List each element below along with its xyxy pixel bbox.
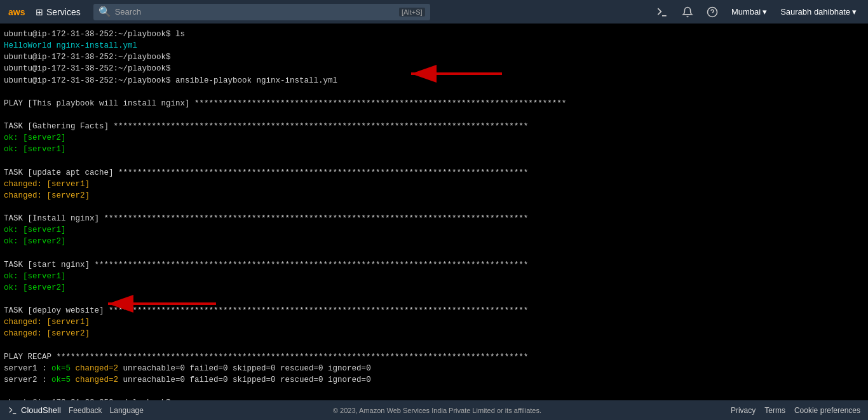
terminal-line — [4, 247, 864, 259]
help-icon-btn[interactable] — [702, 0, 723, 24]
terminal-line: ok: [server1] — [4, 144, 864, 155]
terminal-line — [4, 86, 864, 98]
nav-right: Mumbai ▾ Saurabh dahibhate ▾ — [651, 0, 862, 24]
privacy-link[interactable]: Privacy — [731, 406, 756, 415]
cloudshell-label: CloudShell — [21, 405, 61, 415]
terminal-line — [4, 201, 864, 213]
footer-left: CloudShell Feedback Language — [8, 405, 144, 416]
terminal-line: server1 : ok=5 changed=2 unreachable=0 f… — [4, 363, 864, 374]
region-chevron: ▾ — [763, 7, 767, 17]
terminal-line: ok: [server2] — [4, 282, 864, 294]
bell-icon-btn[interactable] — [677, 0, 698, 24]
terminal-line — [4, 109, 864, 121]
cloudshell-icon — [8, 405, 18, 416]
terminal-line: ubuntu@ip-172-31-38-252:~/playbook$ — [4, 63, 864, 74]
terminal-line: changed: [server2] — [4, 328, 864, 339]
terminal-line — [4, 386, 864, 397]
cookie-preferences-link[interactable]: Cookie preferences — [794, 406, 860, 415]
search-shortcut: [Alt+S] — [399, 8, 425, 17]
terminal-line: PLAY RECAP *****************************… — [4, 351, 864, 363]
terminal-line: ok: [server2] — [4, 132, 864, 144]
terminal-icon-btn[interactable] — [651, 0, 674, 24]
terminal-line: ubuntu@ip-172-31-38-252:~/playbook$ — [4, 51, 864, 63]
terminal-line: ok: [server1] — [4, 271, 864, 282]
terminal-line: PLAY [This playbook will install nginx] … — [4, 98, 864, 109]
terminal-line: ubuntu@ip-172-31-38-252:~/playbook$ — [4, 397, 864, 400]
terminal-line: HelloWorld nginx-install.yml — [4, 40, 864, 51]
terminal-line: changed: [server2] — [4, 190, 864, 201]
terminal-line: changed: [server1] — [4, 316, 864, 328]
terminal-line: server2 : ok=5 changed=2 unreachable=0 f… — [4, 374, 864, 386]
terminal-line: changed: [server1] — [4, 179, 864, 190]
terminal-line: ubuntu@ip-172-31-38-252:~/playbook$ ansi… — [4, 75, 864, 86]
region-selector[interactable]: Mumbai ▾ — [726, 0, 772, 24]
terminal-line: TASK [Install nginx] *******************… — [4, 213, 864, 224]
search-input[interactable] — [115, 7, 395, 17]
terminal-line: ubuntu@ip-172-31-38-252:~/playbook$ ls — [4, 29, 864, 40]
terms-link[interactable]: Terms — [764, 406, 785, 415]
terminal-line: ok: [server2] — [4, 236, 864, 247]
terminal[interactable]: ubuntu@ip-172-31-38-252:~/playbook$ lsHe… — [0, 24, 868, 400]
terminal-line — [4, 339, 864, 351]
search-icon: 🔍 — [98, 6, 111, 18]
user-menu[interactable]: Saurabh dahibhate ▾ — [775, 0, 862, 24]
services-label: Services — [46, 7, 81, 17]
services-menu[interactable]: ⊞ Services — [29, 0, 87, 24]
terminal-line — [4, 155, 864, 166]
user-label: Saurabh dahibhate — [780, 7, 850, 17]
search-bar[interactable]: 🔍 [Alt+S] — [93, 4, 430, 20]
terminal-line: TASK [Gathering Facts] *****************… — [4, 121, 864, 132]
terminal-line: TASK [deploy website] ******************… — [4, 305, 864, 316]
terminal-wrapper: ubuntu@ip-172-31-38-252:~/playbook$ lsHe… — [0, 24, 868, 400]
terminal-line: ok: [server1] — [4, 224, 864, 236]
user-chevron: ▾ — [852, 7, 857, 17]
cloudshell-brand: CloudShell — [8, 405, 61, 416]
copyright-text: © 2023, Amazon Web Services India Privat… — [333, 407, 541, 414]
footer: CloudShell Feedback Language © 2023, Ama… — [0, 400, 868, 420]
region-label: Mumbai — [731, 7, 761, 17]
top-navigation: aws ⊞ Services 🔍 [Alt+S] — [0, 0, 868, 24]
terminal-line — [4, 294, 864, 305]
footer-right: Privacy Terms Cookie preferences — [731, 406, 860, 415]
svg-text:aws: aws — [8, 6, 25, 17]
grid-icon: ⊞ — [36, 7, 43, 17]
footer-copyright: © 2023, Amazon Web Services India Privat… — [144, 407, 731, 414]
terminal-line: TASK [start nginx] *********************… — [4, 259, 864, 271]
terminal-line: TASK [update apt cache] ****************… — [4, 167, 864, 179]
feedback-link[interactable]: Feedback — [69, 406, 102, 415]
aws-logo[interactable]: aws — [6, 1, 29, 24]
language-link[interactable]: Language — [110, 406, 144, 415]
